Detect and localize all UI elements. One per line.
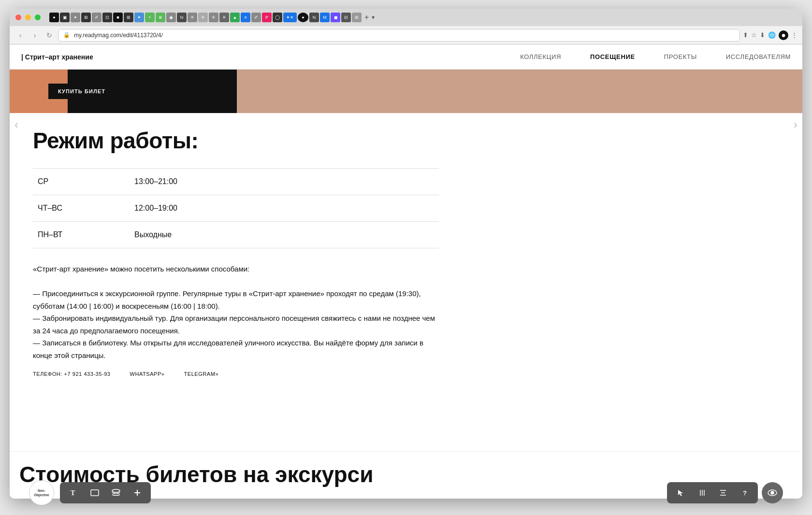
ext-icon-n2[interactable]: N [309,13,319,22]
tab-active-icon[interactable]: ✦✕ [283,13,297,22]
ext-icon-15[interactable]: ✳ [209,13,218,22]
content-area: ‹ Режим работы: СР 13:00–21:00 ЧТ–ВС 12:… [10,113,802,451]
site-nav: | Стрит–арт хранение КОЛЛЕКЦИЯ ПОСЕЩЕНИЕ… [10,44,802,70]
ext-icon-gmail[interactable]: M [320,13,330,22]
bottom-left-tools: Non- Objective T [29,480,151,505]
reload-button[interactable]: ↻ [44,29,55,41]
svg-text:?: ? [743,489,747,497]
close-button[interactable] [15,14,21,20]
profile-icon[interactable]: ● [779,30,788,40]
ext-icon-9[interactable]: ✦ [134,13,144,22]
hero-area: КУПИТЬ БИЛЕТ [10,70,802,113]
lock-icon: 🔒 [63,32,70,38]
browser-toolbar: ‹ › ↻ 🔒 my.readymag.com/edit/4113720/4/ … [10,26,802,44]
ext-icon-20[interactable]: ⊟ [341,13,351,22]
schedule-row-1: СР 13:00–21:00 [33,169,439,195]
bookmark-icon[interactable]: ⬆ [743,31,748,39]
more-icon[interactable]: ⋮ [791,31,798,39]
ext-icon-profile[interactable]: ● [298,13,308,22]
page-title: Режим работы: [33,128,439,154]
ext-icon-11[interactable]: ⊕ [156,13,165,22]
ext-icon-4[interactable]: ⊞ [81,13,91,22]
svg-point-13 [771,491,774,494]
browser-titlebar: ● ▣ ✦ ⊞ ✐ ⊡ ■ ⊞ ✦ + ⊕ ◉ N ✳ ✳ ✳ ✳ ▲ ≡ ✐ … [10,9,802,26]
schedule-hours-1: 13:00–21:00 [130,169,439,195]
objective-badge[interactable]: Non- Objective [29,480,54,505]
buy-ticket-button[interactable]: КУПИТЬ БИЛЕТ [48,84,115,99]
ext-icon-8[interactable]: ⊞ [124,13,133,22]
grid-tool-button[interactable] [695,486,709,500]
ext-icon-21[interactable]: ⊞ [352,13,362,22]
whatsapp-link[interactable]: WHATSAPP» [130,371,165,377]
back-button[interactable]: ‹ [14,29,26,41]
ext-icon-16[interactable]: ✳ [219,13,229,22]
extension-icons: ● ▣ ✦ ⊞ ✐ ⊡ ■ ⊞ ✦ + ⊕ ◉ N ✳ ✳ ✳ ✳ ▲ ≡ ✐ … [49,13,797,22]
hero-left: КУПИТЬ БИЛЕТ [10,70,237,113]
address-bar[interactable]: 🔒 my.readymag.com/edit/4113720/4/ [58,29,740,42]
schedule-day-2: ЧТ–ВС [33,195,130,222]
schedule-row-3: ПН–ВТ Выходные [33,222,439,248]
ext-icon-2[interactable]: ▣ [60,13,70,22]
new-tab-icon[interactable]: + [364,13,369,22]
browser-toolbar-icons: ⬆ ☆ ⬇ 🌐 ● ⋮ [743,30,798,40]
star-icon[interactable]: ☆ [751,31,757,39]
editor-right-toolbar: ? [667,482,758,503]
site-frame: | Стрит–арт хранение КОЛЛЕКЦИЯ ПОСЕЩЕНИЕ… [10,44,802,499]
text-tool-button[interactable]: T [67,486,80,500]
ext-icon-17[interactable]: ✐ [251,13,261,22]
ext-icon-10[interactable]: + [145,13,155,22]
ext-icon-7[interactable]: ■ [113,13,123,22]
ext-icon-13[interactable]: ✳ [188,13,197,22]
ext-icon-1[interactable]: ● [49,13,59,22]
svg-point-2 [112,489,120,492]
description-text: «Стрит-арт хранение» можно посетить неск… [33,263,439,361]
forward-button[interactable]: › [29,29,41,41]
help-button[interactable]: ? [738,486,751,500]
shape-tool-button[interactable] [109,486,123,500]
preview-button[interactable] [762,482,783,503]
schedule-hours-2: 12:00–19:00 [130,195,439,222]
editor-toolbar-group: T [60,482,151,503]
svg-rect-4 [134,492,140,493]
hero-right-banner [237,70,802,113]
nav-link-researchers[interactable]: ИССЛЕДОВАТЕЛЯМ [726,53,791,60]
schedule-day-3: ПН–ВТ [33,222,130,248]
ext-icon-pin[interactable]: P [262,13,272,22]
svg-text:T: T [71,489,75,497]
prev-arrow[interactable]: ‹ [10,113,23,451]
ext-icon-14[interactable]: ✳ [198,13,208,22]
maximize-button[interactable] [35,14,41,20]
schedule-table: СР 13:00–21:00 ЧТ–ВС 12:00–19:00 ПН–ВТ В… [33,168,439,248]
frame-tool-button[interactable] [88,486,102,500]
ext-icon-19[interactable]: ◼ [331,13,340,22]
ext-icon-docs[interactable]: ≡ [241,13,250,22]
svg-rect-1 [91,490,99,496]
pointer-tool-button[interactable] [674,486,687,500]
add-tool-button[interactable] [130,486,144,500]
next-arrow[interactable]: › [789,113,802,451]
schedule-day-1: СР [33,169,130,195]
ext-icon-18[interactable]: ◯ [273,13,282,22]
schedule-hours-3: Выходные [130,222,439,248]
site-nav-links: КОЛЛЕКЦИЯ ПОСЕЩЕНИЕ ПРОЕКТЫ ИССЛЕДОВАТЕЛ… [520,53,791,60]
ext-icon-12[interactable]: ◉ [166,13,176,22]
telegram-link[interactable]: TELEGRAM» [184,371,218,377]
site-logo: | Стрит–арт хранение [21,53,93,61]
globe-icon[interactable]: 🌐 [768,31,776,39]
url-text: my.readymag.com/edit/4113720/4/ [74,32,163,39]
schedule-row-2: ЧТ–ВС 12:00–19:00 [33,195,439,222]
download-icon[interactable]: ⬇ [760,31,765,39]
nav-link-projects[interactable]: ПРОЕКТЫ [664,53,697,60]
ext-icon-n[interactable]: N [177,13,187,22]
contacts-row: ТЕЛЕФОН: +7 921 433-35-93 WHATSAPP» TELE… [33,371,439,377]
nav-link-collection[interactable]: КОЛЛЕКЦИЯ [520,53,561,60]
ext-icon-6[interactable]: ⊡ [102,13,112,22]
ext-icon-3[interactable]: ✦ [71,13,80,22]
nav-link-visit[interactable]: ПОСЕЩЕНИЕ [590,53,635,60]
chevron-down-icon[interactable]: ▾ [372,14,375,21]
ext-icon-drive[interactable]: ▲ [230,13,240,22]
ext-icon-5[interactable]: ✐ [92,13,102,22]
minimize-button[interactable] [25,14,31,20]
browser-window: ● ▣ ✦ ⊞ ✐ ⊡ ■ ⊞ ✦ + ⊕ ◉ N ✳ ✳ ✳ ✳ ▲ ≡ ✐ … [10,9,802,499]
align-tool-button[interactable] [716,486,730,500]
